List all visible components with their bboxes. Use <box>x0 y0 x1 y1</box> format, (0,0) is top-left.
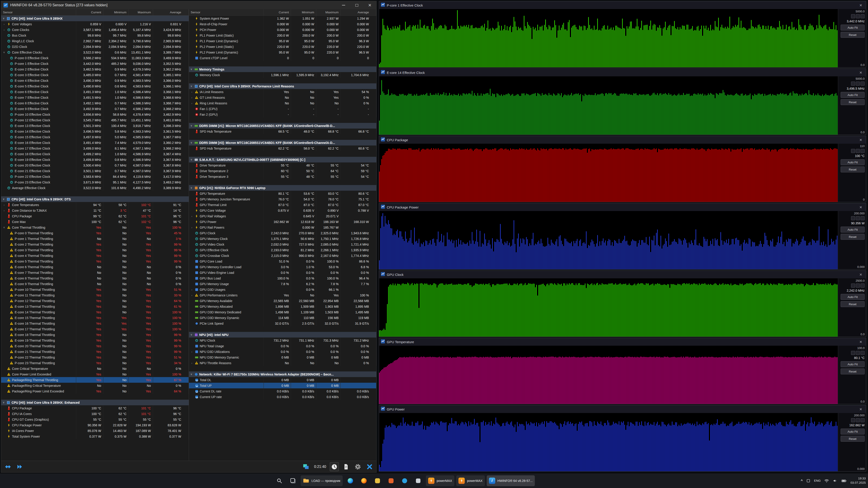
sensor-row[interactable]: GPU Core Voltage0.875 V0.635 V0.890 V0.7… <box>189 207 377 213</box>
sensor-row[interactable]: CPU GT Cores (Graphics)55 °C55 °C55 °C55… <box>1 417 189 422</box>
sensor-row[interactable]: E-core 2 Effective Clock3,482.5 MHz0.9 M… <box>1 66 189 72</box>
sensor-row[interactable]: P-core 12 Thermal ThrottlingYesNoYes64 % <box>1 298 189 304</box>
settings-gear-icon[interactable] <box>353 462 362 471</box>
column-header-minimum[interactable]: Minimum <box>291 9 316 15</box>
sensor-row[interactable]: D2D Clock2,094.9 MHz2,094.9 MHz2,094.9 M… <box>1 44 189 50</box>
window-titlebar[interactable]: HWiNFO® 64 v8.28-5770 Sensor Status [273… <box>1 1 376 9</box>
battery-icon[interactable] <box>841 478 847 484</box>
sensor-row[interactable]: E-core 5 Thermal ThrottlingYesNoYes99 % <box>1 258 189 264</box>
powermax-taskbar-button[interactable]: powerMAX <box>426 475 454 486</box>
close-button[interactable]: × <box>363 1 376 9</box>
sensor-row[interactable]: ›NPU Throttle ReasonsNoNoNo0 % <box>189 360 377 366</box>
sensor-row[interactable]: Drive Temperature 355 °C48 °C55 °C54 °C <box>189 174 377 180</box>
sensor-group-header[interactable]: ∨NPU [#0]: Intel NPU <box>189 332 377 337</box>
minimize-button[interactable] <box>337 1 350 9</box>
graph-tool-icon[interactable] <box>851 351 855 355</box>
edge-taskbar-button[interactable] <box>344 475 356 486</box>
reset-button[interactable]: Reset <box>841 234 865 240</box>
sensor-row[interactable]: E-core 7 Thermal ThrottlingNoNoNo0 % <box>1 270 189 275</box>
reset-button[interactable]: Reset <box>841 436 865 442</box>
sensor-row[interactable]: ›Ring Limit ReasonsNoNoNo0 % <box>189 100 377 106</box>
sensor-row[interactable]: Bus Clock99.8 MHz99.7 MHz99.8 MHz99.8 MH… <box>1 33 189 38</box>
graph-tool-icon[interactable] <box>851 216 855 220</box>
app-yellow-taskbar-button[interactable] <box>372 475 383 486</box>
sensor-row[interactable]: E-core 7 Effective Clock3,491.5 MHz1.0 M… <box>1 95 189 100</box>
powermax2-taskbar-button[interactable]: powerMAX <box>456 475 485 486</box>
graph-tool-icon[interactable] <box>856 418 860 422</box>
sensor-row[interactable]: NPU D3D Memory Dynamic0 MB0 MB0 MB0 MB <box>189 355 377 360</box>
sensor-row[interactable]: P-core 10 Thermal ThrottlingYesNoYes51 % <box>1 287 189 292</box>
sensor-group-header[interactable]: ∨CPU [#0]: Intel Core Ultra 9 285HX: Per… <box>189 84 377 89</box>
graph-tool-icon[interactable] <box>856 351 860 355</box>
tree-toggle[interactable]: › <box>190 215 193 218</box>
graph-titlebar[interactable]: P-core 1 Effective Clock× <box>379 1 866 9</box>
sensor-row[interactable]: P-core 1 Effective Clock3,442.0 MHz485.2… <box>1 61 189 66</box>
sensor-row[interactable]: GPU Memory Junction Temperature76.0 °C54… <box>189 196 377 202</box>
sensor-row[interactable]: P-core 23 Effective Clock3,671.9 MHz95.1… <box>1 180 189 185</box>
sensor-group-header[interactable]: ∨CPU [#0]: Intel Core Ultra 9 285HX: DTS <box>1 196 189 202</box>
graph-plot[interactable] <box>379 9 838 67</box>
sensor-row[interactable]: GPU Power162.662 W12.618 W188.163 W168.3… <box>189 219 377 225</box>
sensor-row[interactable]: E-core 20 Effective Clock3,500.4 MHz0.7 … <box>1 162 189 168</box>
app-orange-taskbar-button[interactable] <box>385 475 397 486</box>
sensor-row[interactable]: Total DL0 MB0 MB0 MB <box>189 377 377 383</box>
wifi-icon[interactable] <box>824 478 829 483</box>
sensor-row[interactable]: System Agent Power1.362 W1.051 W2.937 W1… <box>189 15 377 21</box>
sensor-row[interactable]: Total System Power0.377 W0.375 W0.388 W0… <box>1 433 189 439</box>
volume-icon[interactable] <box>833 478 838 483</box>
sensor-row[interactable]: E-core 6 Effective Clock3,491.3 MHz1.0 M… <box>1 89 189 95</box>
maximize-button[interactable] <box>350 1 363 9</box>
graph-tool-icon[interactable] <box>851 284 855 288</box>
auto-fit-button[interactable]: Auto Fit <box>841 227 865 232</box>
sensor-row[interactable]: Fan 2 (GPU)---- <box>189 111 377 117</box>
sensor-row[interactable]: GPU Video Clock2,032.0 MHz727.0 MHz2,085… <box>189 241 377 247</box>
sensor-group-header[interactable]: ∨CPU [#0]: Intel Core Ultra 9 285HX: Enh… <box>1 400 189 405</box>
sensor-row[interactable]: E-core 9 Effective Clock3,492.9 MHz0.7 M… <box>1 106 189 111</box>
graph-tool-icon[interactable] <box>861 284 865 288</box>
sensor-row[interactable]: E-core 17 Thermal ThrottlingYesYesYes100… <box>1 326 189 332</box>
sensor-row[interactable]: PL2 Power Limit (Static)220.0 W220.0 W22… <box>189 44 377 50</box>
tree-toggle[interactable]: › <box>2 209 6 212</box>
column-header-current[interactable]: Current <box>76 9 103 15</box>
graph-plot[interactable] <box>379 211 838 269</box>
tree-toggle[interactable]: › <box>190 226 193 229</box>
sensor-row[interactable]: P-core 0 Thermal ThrottlingYesNoYes45 % <box>1 230 189 236</box>
graph-plot[interactable] <box>379 144 838 202</box>
column-header-maximum[interactable]: Maximum <box>129 9 153 15</box>
sensor-row[interactable]: GPU Core Load51.0 %0.0 %100.0 %86.6 % <box>189 258 377 264</box>
sensor-row[interactable]: E-core 18 Effective Clock3,499.2 MHz1.0 … <box>1 151 189 157</box>
sensor-row[interactable]: Drive Temperature 260 °C50 °C64 °C59 °C <box>189 168 377 174</box>
graph-titlebar[interactable]: E-core 14 Effective Clock× <box>379 69 866 76</box>
sensor-row[interactable]: ∨Core Effective Clocks3,522.0 MHz0.6 MHz… <box>1 50 189 55</box>
fast-forward-icon[interactable] <box>15 462 24 471</box>
language-indicator[interactable]: ENG <box>814 479 820 482</box>
graph-tool-icon[interactable] <box>851 14 855 18</box>
sensor-row[interactable]: E-core 9 Thermal ThrottlingNoNoNo0 % <box>1 281 189 287</box>
sensor-row[interactable]: ›GPU Rail Voltages0.645 V20.071 V <box>189 213 377 219</box>
sensor-row[interactable]: GPU Temperature80.1 °C53.6 °C83.0 °C80.6… <box>189 191 377 196</box>
sensor-row[interactable]: E-core 8 Thermal ThrottlingNoNoNo0 % <box>1 275 189 281</box>
sensor-row[interactable]: NPU Clock731.2 MHz731.1 MHz731.3 MHz731.… <box>189 337 377 343</box>
sensor-row[interactable]: E-core 3 Thermal ThrottlingYesNoYes99 % <box>1 247 189 253</box>
sensor-row[interactable]: E-core 14 Effective Clock3,496.5 MHz5.8 … <box>1 129 189 134</box>
sensor-row[interactable]: CPU Package Power90.356 W22.828 W194.193… <box>1 422 189 428</box>
graph-tool-icon[interactable] <box>861 82 865 86</box>
column-header-average[interactable]: Average <box>341 9 376 15</box>
sensor-row[interactable]: ›NPU D3D Utilizations0.0 %0.0 %0.0 %0.0 … <box>189 349 377 355</box>
sensor-row[interactable]: E-core 13 Effective Clock3,501.3 MHz100.… <box>1 123 189 129</box>
auto-fit-button[interactable]: Auto Fit <box>841 159 865 165</box>
sensor-row[interactable]: ›GT Limit ReasonsNoNoYes0 % <box>189 95 377 100</box>
graph-plot[interactable] <box>379 278 838 337</box>
sensor-row[interactable]: Package/Ring Power Limit ExceededYesNoYe… <box>1 388 189 394</box>
sensor-row[interactable]: ›Core Voltages0.859 V0.600 V1.216 V0.831… <box>1 21 189 27</box>
sensor-row[interactable]: P-core 10 Effective Clock3,656.8 MHz58.8… <box>1 111 189 117</box>
sensor-row[interactable]: E-core 16 Effective Clock3,491.4 MHz7.4 … <box>1 140 189 145</box>
reset-button[interactable]: Reset <box>841 32 865 38</box>
sensor-row[interactable]: Current cTDP Level0000 <box>189 55 377 61</box>
sensor-row[interactable]: E-core 21 Thermal ThrottlingYesNoYes99 % <box>1 349 189 355</box>
column-header-sensor[interactable]: Sensor <box>189 9 264 15</box>
sensor-row[interactable]: GPU Clock2,242.0 MHz270.0 MHz2,325.0 MHz… <box>189 230 377 236</box>
reset-button[interactable]: Reset <box>841 368 865 375</box>
sensor-row[interactable]: SPD Hub Temperature68.5 °C48.0 °C68.8 °C… <box>189 129 377 134</box>
sensor-row[interactable]: PL1 Power Limit (Dynamic)95.0 W95.0 W95.… <box>189 38 377 44</box>
